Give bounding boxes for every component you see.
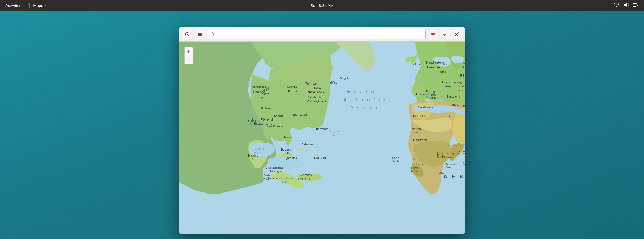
zoom-controls: + − (184, 47, 193, 64)
activities-button[interactable]: Activities (5, 3, 21, 8)
svg-rect-11 (198, 34, 202, 35)
search-icon (211, 32, 215, 36)
zoom-in-button[interactable]: + (184, 47, 193, 56)
toolbar-right-actions (428, 29, 462, 39)
topbar: Activities 📍 Maps ▾ Sun 8:34 AM (0, 0, 644, 11)
volume-icon[interactable] (623, 2, 629, 8)
layers-button[interactable] (195, 29, 205, 39)
svg-text:▾: ▾ (637, 4, 638, 7)
wifi-icon[interactable] (614, 3, 620, 8)
location-icon: 📍 (27, 3, 32, 8)
map-area[interactable]: N o r t h A t l a n t i c O c e a n Sarg… (179, 42, 465, 234)
system-menu-icon[interactable]: ▾ (633, 2, 639, 8)
svg-rect-2 (633, 6, 636, 7)
svg-point-5 (187, 34, 188, 35)
svg-rect-0 (633, 3, 637, 4)
topbar-datetime: Sun 8:34 AM (310, 3, 334, 8)
maps-toolbar (179, 27, 465, 42)
svg-line-14 (213, 35, 215, 36)
my-location-button[interactable] (182, 29, 192, 39)
maps-window: N o r t h A t l a n t i c O c e a n Sarg… (179, 27, 465, 234)
world-map-svg (179, 42, 465, 234)
app-name-label: Maps (33, 3, 43, 8)
search-bar (207, 29, 426, 39)
search-input[interactable] (217, 32, 422, 36)
topbar-right: ▾ (614, 2, 639, 8)
svg-rect-1 (633, 5, 636, 5)
app-menu[interactable]: 📍 Maps ▾ (27, 3, 46, 8)
svg-rect-12 (198, 33, 202, 34)
app-menu-arrow-icon: ▾ (44, 4, 46, 7)
close-button[interactable] (452, 29, 462, 39)
svg-rect-10 (198, 35, 202, 36)
topbar-left: Activities 📍 Maps ▾ (5, 3, 46, 8)
favorites-button[interactable] (428, 29, 438, 39)
filter-button[interactable] (440, 29, 450, 39)
zoom-out-button[interactable]: − (184, 56, 193, 64)
desktop: N o r t h A t l a n t i c O c e a n Sarg… (0, 11, 644, 239)
